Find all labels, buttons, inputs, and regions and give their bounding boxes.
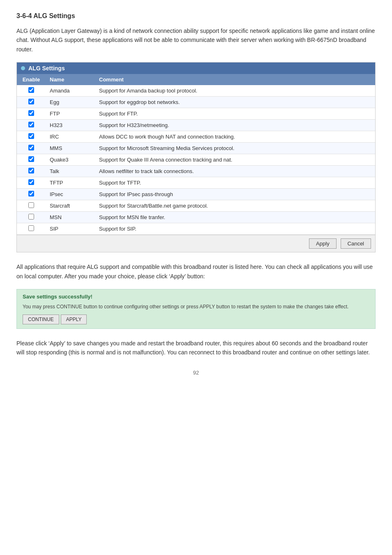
alg-name-cell: Talk	[46, 166, 95, 177]
intro-paragraph: ALG (Application Layer Gateway) is a kin…	[16, 26, 376, 54]
alg-checkbox-ftp[interactable]	[28, 110, 34, 116]
alg-header-dot	[21, 66, 25, 70]
alg-checkbox-amanda[interactable]	[28, 87, 34, 93]
alg-name-cell: Starcraft	[46, 200, 95, 212]
table-row: EggSupport for eggdrop bot networks.	[17, 97, 375, 108]
alg-name-cell: IPsec	[46, 189, 95, 200]
checkbox-cell[interactable]	[17, 143, 46, 154]
save-title: Save settings successfully!	[23, 294, 369, 300]
alg-checkbox-starcraft[interactable]	[28, 202, 34, 208]
col-enable: Enable	[17, 74, 46, 85]
middle-paragraph: All applications that require ALG suppor…	[16, 262, 376, 281]
table-row: H323Support for H323/netmeeting.	[17, 120, 375, 131]
alg-table: Enable Name Comment AmandaSupport for Am…	[17, 74, 375, 235]
table-header-row: Enable Name Comment	[17, 74, 375, 85]
save-description: You may press CONTINUE button to continu…	[23, 303, 369, 310]
alg-checkbox-tftp[interactable]	[28, 179, 34, 185]
checkbox-cell[interactable]	[17, 223, 46, 235]
table-row: StarcraftSupport for Starcraft/Battle.ne…	[17, 200, 375, 212]
alg-checkbox-sip[interactable]	[28, 225, 34, 231]
table-row: SIPSupport for SIP.	[17, 223, 375, 235]
alg-comment-cell: Support for H323/netmeeting.	[95, 120, 375, 131]
alg-comment-cell: Allows netfilter to track talk connectio…	[95, 166, 375, 177]
table-row: FTPSupport for FTP.	[17, 108, 375, 120]
table-row: MSNSupport for MSN file tranfer.	[17, 212, 375, 223]
table-row: IPsecSupport for IPsec pass-through	[17, 189, 375, 200]
table-row: TFTPSupport for TFTP.	[17, 177, 375, 189]
alg-comment-cell: Support for Quake III Arena connection t…	[95, 154, 375, 166]
alg-name-cell: IRC	[46, 131, 95, 143]
table-row: AmandaSupport for Amanda backup tool pro…	[17, 85, 375, 97]
alg-name-cell: H323	[46, 120, 95, 131]
alg-name-cell: TFTP	[46, 177, 95, 189]
checkbox-cell[interactable]	[17, 200, 46, 212]
table-row: TalkAllows netfilter to track talk conne…	[17, 166, 375, 177]
alg-checkbox-talk[interactable]	[28, 168, 34, 173]
alg-checkbox-msn[interactable]	[28, 214, 34, 220]
checkbox-cell[interactable]	[17, 131, 46, 143]
checkbox-cell[interactable]	[17, 120, 46, 131]
alg-comment-cell: Support for SIP.	[95, 223, 375, 235]
alg-name-cell: Amanda	[46, 85, 95, 97]
alg-checkbox-irc[interactable]	[28, 133, 34, 139]
alg-checkbox-mms[interactable]	[28, 145, 34, 150]
cancel-button[interactable]: Cancel	[341, 238, 371, 249]
alg-header-label: ALG Settings	[28, 65, 65, 72]
alg-comment-cell: Support for MSN file tranfer.	[95, 212, 375, 223]
alg-comment-cell: Support for Starcraft/Battle.net game pr…	[95, 200, 375, 212]
col-comment: Comment	[95, 74, 375, 85]
alg-comment-cell: Support for FTP.	[95, 108, 375, 120]
alg-comment-cell: Support for eggdrop bot networks.	[95, 97, 375, 108]
alg-comment-cell: Support for Microsoft Streaming Media Se…	[95, 143, 375, 154]
checkbox-cell[interactable]	[17, 85, 46, 97]
alg-checkbox-egg[interactable]	[28, 99, 34, 104]
alg-footer: Apply Cancel	[17, 235, 375, 252]
apply-button[interactable]: Apply	[309, 238, 337, 249]
alg-checkbox-h323[interactable]	[28, 122, 34, 127]
alg-comment-cell: Allows DCC to work though NAT and connec…	[95, 131, 375, 143]
checkbox-cell[interactable]	[17, 154, 46, 166]
checkbox-cell[interactable]	[17, 108, 46, 120]
checkbox-cell[interactable]	[17, 177, 46, 189]
alg-checkbox-ipsec[interactable]	[28, 191, 34, 197]
alg-name-cell: MMS	[46, 143, 95, 154]
page-title: 3-6-4 ALG Settings	[16, 12, 376, 20]
checkbox-cell[interactable]	[17, 189, 46, 200]
checkbox-cell[interactable]	[17, 97, 46, 108]
alg-comment-cell: Support for IPsec pass-through	[95, 189, 375, 200]
save-box-buttons: CONTINUE APPLY	[23, 314, 369, 324]
alg-comment-cell: Support for TFTP.	[95, 177, 375, 189]
table-row: Quake3Support for Quake III Arena connec…	[17, 154, 375, 166]
checkbox-cell[interactable]	[17, 212, 46, 223]
alg-checkbox-quake3[interactable]	[28, 156, 34, 162]
checkbox-cell[interactable]	[17, 166, 46, 177]
alg-header: ALG Settings	[17, 62, 375, 74]
alg-settings-panel: ALG Settings Enable Name Comment AmandaS…	[16, 62, 376, 252]
alg-name-cell: Quake3	[46, 154, 95, 166]
alg-name-cell: SIP	[46, 223, 95, 235]
table-row: IRCAllows DCC to work though NAT and con…	[17, 131, 375, 143]
save-settings-box: Save settings successfully! You may pres…	[16, 289, 376, 329]
table-row: MMSSupport for Microsoft Streaming Media…	[17, 143, 375, 154]
alg-comment-cell: Support for Amanda backup tool protocol.	[95, 85, 375, 97]
apply-small-button[interactable]: APPLY	[61, 314, 87, 324]
alg-name-cell: MSN	[46, 212, 95, 223]
alg-name-cell: FTP	[46, 108, 95, 120]
page-number: 92	[16, 370, 376, 376]
col-name: Name	[46, 74, 95, 85]
continue-button[interactable]: CONTINUE	[23, 314, 59, 324]
alg-name-cell: Egg	[46, 97, 95, 108]
bottom-paragraph: Please click ‘Apply’ to save changes you…	[16, 339, 376, 357]
